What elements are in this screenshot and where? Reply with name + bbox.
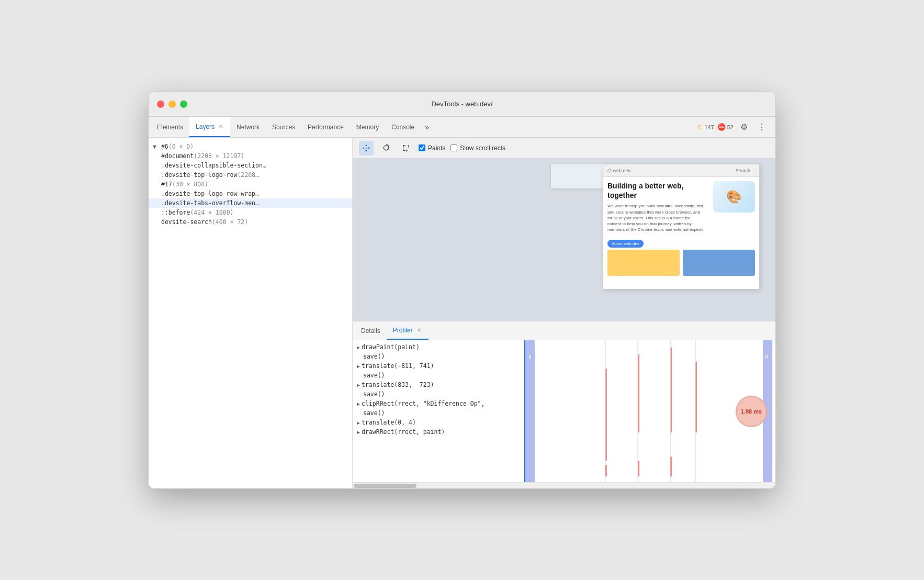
slow-scroll-checkbox-label[interactable]: Slow scroll rects — [450, 144, 505, 152]
tab-profiler-label: Profiler — [393, 327, 413, 334]
cmd-save-2[interactable]: save() — [353, 371, 524, 380]
card-1 — [607, 250, 680, 276]
warnings-count: 147 — [704, 124, 714, 130]
errors-count: 52 — [727, 124, 734, 130]
svg-rect-15 — [638, 461, 639, 476]
dom-node-text: .devsite-collapsible-section… — [161, 162, 266, 169]
cmd-drawrrect[interactable]: ▶ drawRRect(rrect, paint) — [353, 427, 524, 437]
tab-details[interactable]: Details — [355, 321, 387, 340]
dom-tree[interactable]: ▼ #6(0 × 0) #document(2208 × 12197) .dev… — [149, 138, 352, 488]
tab-sources[interactable]: Sources — [266, 117, 301, 137]
dom-node-logo-row[interactable]: .devsite-top-logo-row(2208… — [149, 170, 352, 180]
arrow-icon: ▶ — [357, 420, 360, 426]
cmd-save-3[interactable]: save() — [353, 389, 524, 399]
arrow-icon: ▶ — [357, 401, 360, 407]
move-tool-button[interactable] — [359, 141, 374, 155]
bottom-area: Details Profiler ✕ ▶ drawPaint(paint) — [353, 321, 775, 488]
bottom-content: ▶ drawPaint(paint) save() ▶ translate(-8… — [353, 340, 775, 482]
paints-checkbox-label[interactable]: Paints — [419, 144, 445, 152]
cmd-text: clipRRect(rrect, "kDifference_Op", — [362, 400, 484, 407]
svg-rect-14 — [605, 465, 607, 476]
cmd-text: save() — [363, 409, 385, 417]
tab-network[interactable]: Network — [230, 117, 266, 137]
tab-layers[interactable]: Layers ✕ — [189, 117, 230, 137]
more-tabs-button[interactable]: » — [421, 117, 433, 137]
minimize-button[interactable] — [168, 101, 176, 108]
window-title: DevTools - web.dev/ — [431, 100, 492, 108]
cmd-text: translate(833, -723) — [362, 381, 434, 388]
errors-badge[interactable]: ⛔ 52 — [717, 123, 734, 131]
arrow-icon: ▶ — [357, 382, 360, 388]
tab-performance-label: Performance — [308, 124, 344, 131]
tab-profiler[interactable]: Profiler ✕ — [387, 321, 429, 340]
svg-text:⏸: ⏸ — [527, 354, 533, 360]
arrow-icon: ▶ — [357, 344, 360, 350]
tab-layers-close[interactable]: ✕ — [218, 123, 224, 130]
dom-node-before[interactable]: ::before(424 × 1000) — [149, 208, 352, 217]
dom-node-document[interactable]: #document(2208 × 12197) — [149, 151, 352, 161]
tab-details-label: Details — [361, 327, 380, 334]
arrow-icon: ▼ — [153, 143, 156, 150]
slow-scroll-label: Slow scroll rects — [460, 144, 505, 152]
dom-node-root[interactable]: ▼ #6(0 × 0) — [149, 142, 352, 151]
dom-node-text: #17(30 × 808) — [161, 181, 208, 188]
close-button[interactable] — [157, 101, 164, 108]
draw-commands-panel[interactable]: ▶ drawPaint(paint) save() ▶ translate(-8… — [353, 340, 525, 482]
maximize-button[interactable] — [180, 101, 187, 108]
web-preview-cards — [607, 250, 755, 276]
tab-console[interactable]: Console — [385, 117, 421, 137]
scrollbar-track[interactable] — [353, 482, 775, 488]
web-preview-illustration: 🎨 — [713, 181, 755, 213]
scrollbar-thumb[interactable] — [354, 484, 416, 488]
svg-rect-16 — [670, 456, 672, 476]
mini-preview-card — [550, 164, 608, 189]
timeline-area[interactable]: ⏸ ⏸ — [525, 340, 775, 482]
cmd-cliprrect[interactable]: ▶ clipRRect(rrect, "kDifference_Op", — [353, 399, 524, 408]
dom-node-text: .devsite-top-logo-row(2208… — [161, 171, 259, 179]
tab-bar-right: ⚠ 147 ⛔ 52 ⚙ ⋮ — [696, 117, 773, 137]
dom-node-collapsible[interactable]: .devsite-collapsible-section… — [149, 161, 352, 170]
paints-checkbox[interactable] — [419, 144, 425, 151]
svg-rect-2 — [525, 340, 535, 482]
title-bar: DevTools - web.dev/ — [149, 92, 775, 117]
rotate-tool-button[interactable] — [379, 141, 393, 155]
tab-elements[interactable]: Elements — [151, 117, 189, 137]
cmd-save-1[interactable]: save() — [353, 352, 524, 361]
layers-canvas[interactable]: ⬡ web.dev Search… Building a better web,… — [353, 159, 775, 321]
traffic-lights — [157, 101, 187, 108]
cmd-text: translate(-811, 741) — [362, 362, 434, 370]
more-options-button[interactable]: ⋮ — [754, 120, 769, 135]
cmd-translate-1[interactable]: ▶ translate(-811, 741) — [353, 361, 524, 371]
web-preview: ⬡ web.dev Search… Building a better web,… — [603, 164, 760, 289]
dom-node-text: devsite-search(400 × 72) — [161, 218, 248, 226]
dom-node-tabs-overflow[interactable]: .devsite-tabs-overflow-men… — [149, 198, 352, 208]
cmd-text: drawPaint(paint) — [362, 343, 420, 351]
dom-node-search[interactable]: devsite-search(400 × 72) — [149, 217, 352, 227]
tab-memory-label: Memory — [356, 124, 379, 131]
tab-elements-label: Elements — [157, 124, 183, 131]
cmd-translate-3[interactable]: ▶ translate(0, 4) — [353, 418, 524, 427]
error-icon: ⛔ — [717, 123, 726, 131]
tab-performance[interactable]: Performance — [301, 117, 350, 137]
web-preview-title: Building a better web, together — [607, 181, 705, 200]
dom-panel: ▼ #6(0 × 0) #document(2208 × 12197) .dev… — [149, 138, 353, 488]
tab-profiler-close[interactable]: ✕ — [416, 327, 422, 333]
web-preview-content: Building a better web, together We want … — [603, 177, 759, 280]
cmd-translate-2[interactable]: ▶ translate(833, -723) — [353, 380, 524, 389]
dom-node-text: #document(2208 × 12197) — [161, 152, 244, 160]
dom-node-text: .devsite-tabs-overflow-men… — [161, 199, 259, 207]
settings-button[interactable]: ⚙ — [737, 120, 751, 135]
dom-node-logo-row-wrap[interactable]: .devsite-top-logo-row-wrap… — [149, 189, 352, 198]
tab-memory[interactable]: Memory — [350, 117, 385, 137]
fit-tool-button[interactable] — [399, 141, 413, 155]
cmd-save-4[interactable]: save() — [353, 408, 524, 418]
dom-node-17[interactable]: #17(30 × 808) — [149, 180, 352, 189]
ms-value: 1.98 ms — [741, 408, 762, 415]
slow-scroll-checkbox[interactable] — [450, 144, 457, 151]
warnings-badge[interactable]: ⚠ 147 — [696, 123, 714, 131]
tab-console-label: Console — [391, 124, 414, 131]
cmd-drawpaint[interactable]: ▶ drawPaint(paint) — [353, 342, 524, 352]
arrow-icon: ▶ — [357, 429, 360, 435]
dom-node-text: #6(0 × 0) — [161, 143, 194, 150]
cmd-text: translate(0, 4) — [362, 419, 416, 426]
